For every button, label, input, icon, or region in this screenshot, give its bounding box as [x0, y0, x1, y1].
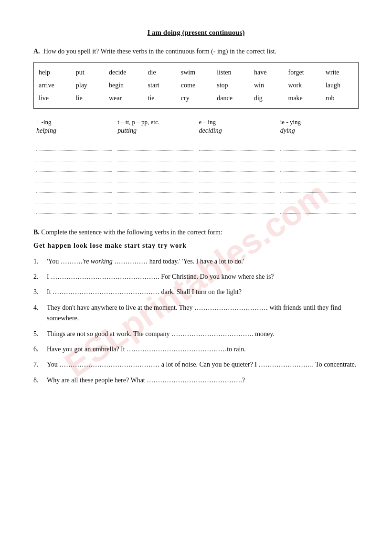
verb: work — [288, 79, 317, 91]
verb: help — [39, 66, 67, 78]
answer-line[interactable] — [280, 174, 356, 182]
exercise-5: Things are not so good at work. The comp… — [33, 329, 359, 339]
verb: come — [181, 79, 208, 91]
verb: rob — [326, 92, 353, 104]
verb: start — [148, 79, 172, 91]
answer-line[interactable] — [36, 195, 112, 203]
category-double: t – tt, p – pp, etc. putting — [115, 117, 196, 138]
exercise-7-text: You ……………………………………… a lot of noise. Can … — [47, 361, 356, 368]
verb: play — [76, 79, 100, 91]
verb: cry — [181, 92, 208, 104]
answer-line[interactable] — [199, 153, 275, 161]
verb: decide — [109, 66, 139, 78]
answer-line[interactable] — [36, 142, 112, 151]
exercise-2-text: I …………………………………………. For Christine. Do yo… — [47, 273, 274, 280]
answer-line[interactable] — [199, 163, 275, 172]
answer-line[interactable] — [117, 195, 193, 203]
column-e-ing — [196, 142, 277, 216]
verb: forget — [288, 66, 317, 78]
category-ie-ying: ie - ying dying — [277, 117, 359, 138]
category-e-ing: e – ing deciding — [196, 117, 277, 138]
exercise-7: You ……………………………………… a lot of noise. Can … — [33, 359, 359, 370]
verb: live — [39, 92, 67, 104]
dotted-lines-area — [33, 142, 359, 216]
exercises-list: 'You ……….'re working …………… hard today.' … — [33, 256, 359, 386]
answer-line[interactable] — [280, 184, 356, 193]
answer-line[interactable] — [199, 184, 275, 193]
exercise-6: Have you got an umbrella? It ……………………………… — [33, 344, 359, 355]
answer-line[interactable] — [280, 142, 356, 151]
verb: swim — [181, 66, 208, 78]
verb: dig — [254, 92, 280, 104]
verb: win — [254, 79, 280, 91]
verb: wear — [109, 92, 139, 104]
answer-line[interactable] — [280, 153, 356, 161]
verb: lie — [76, 92, 100, 104]
answer-line[interactable] — [280, 205, 356, 214]
answer-line[interactable] — [199, 205, 275, 214]
answer-line[interactable] — [117, 184, 193, 193]
verb-box: help put decide die swim listen have for… — [33, 62, 359, 109]
category-plus-ing: + -ing helping — [33, 117, 115, 138]
answer-line[interactable] — [117, 153, 193, 161]
answer-line[interactable] — [199, 174, 275, 182]
column-plus-ing — [33, 142, 115, 216]
exercise-2: I …………………………………………. For Christine. Do yo… — [33, 272, 359, 282]
answer-line[interactable] — [117, 142, 193, 151]
exercise-1: 'You ……….'re working …………… hard today.' … — [33, 256, 359, 267]
answer-line[interactable] — [36, 153, 112, 161]
answer-line[interactable] — [36, 163, 112, 172]
exercise-3: It ………………………………………… dark. Shall I turn o… — [33, 287, 359, 297]
answer-line[interactable] — [280, 195, 356, 203]
answer-line[interactable] — [36, 174, 112, 182]
section-a-intro: A. How do you spell it? Write these verb… — [33, 46, 359, 56]
verb-list-b: Get happen look lose make start stay try… — [33, 242, 359, 250]
answer-line[interactable] — [117, 205, 193, 214]
exercise-3-text: It ………………………………………… dark. Shall I turn o… — [47, 288, 242, 295]
verb: write — [326, 66, 353, 78]
verb: laugh — [326, 79, 353, 91]
verb: begin — [109, 79, 139, 91]
answer-line[interactable] — [36, 184, 112, 193]
column-double — [115, 142, 196, 216]
exercise-4: They don't have anywhere to live at the … — [33, 303, 359, 324]
verb: arrive — [39, 79, 67, 91]
answer-line[interactable] — [117, 163, 193, 172]
exercise-4-text: They don't have anywhere to live at the … — [47, 304, 341, 322]
verb: dance — [217, 92, 245, 104]
verb: tie — [148, 92, 172, 104]
answer-line[interactable] — [199, 195, 275, 203]
verb: put — [76, 66, 100, 78]
section-a-label: A. — [33, 48, 40, 55]
answer-line[interactable] — [280, 163, 356, 172]
exercise-8-text: Why are all these people here? What …………… — [47, 377, 245, 384]
categories-table: + -ing helping t – tt, p – pp, etc. putt… — [33, 117, 359, 138]
exercise-8: Why are all these people here? What …………… — [33, 375, 359, 386]
verb: die — [148, 66, 172, 78]
verb: make — [288, 92, 317, 104]
verb: stop — [217, 79, 245, 91]
section-b-intro: B. Complete the sentence with the follow… — [33, 227, 359, 237]
section-b-label: B. — [33, 229, 40, 236]
answer-line[interactable] — [36, 205, 112, 214]
exercise-1-text: 'You ……….'re working …………… hard today.' … — [47, 258, 244, 265]
answer-line[interactable] — [199, 142, 275, 151]
exercise-5-text: Things are not so good at work. The comp… — [47, 330, 275, 337]
exercise-6-text: Have you got an umbrella? It ……………………………… — [47, 346, 246, 353]
column-ie-ying — [277, 142, 359, 216]
page-title: I am doing (present continuous) — [33, 29, 359, 37]
verb-grid: help put decide die swim listen have for… — [39, 66, 353, 105]
answer-line[interactable] — [117, 174, 193, 182]
verb: have — [254, 66, 280, 78]
verb: listen — [217, 66, 245, 78]
